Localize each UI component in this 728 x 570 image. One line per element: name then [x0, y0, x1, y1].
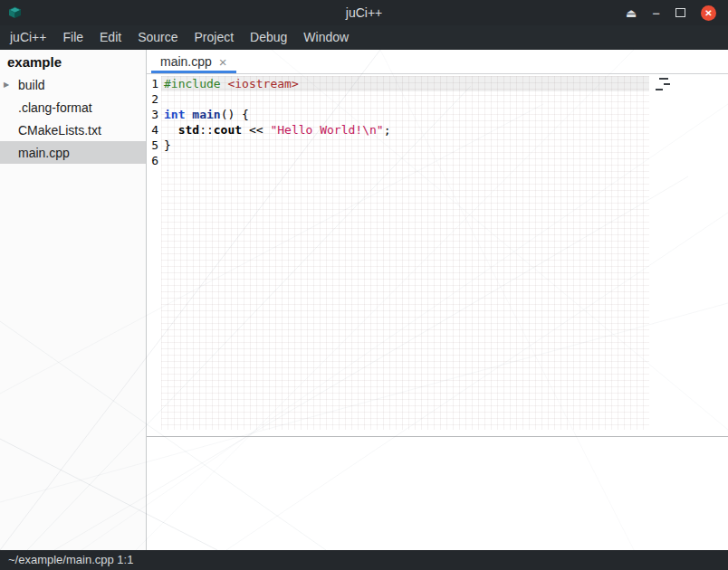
tree-root-folder[interactable]: example — [0, 50, 146, 73]
line-number: 5 — [149, 138, 158, 153]
tree-item-label: main.cpp — [16, 146, 70, 160]
eject-button[interactable]: ⏏ — [626, 7, 637, 19]
token-plain: ; — [384, 123, 391, 137]
line-number: 2 — [149, 91, 158, 107]
restore-button[interactable] — [675, 8, 685, 17]
token-plain: () { — [221, 108, 249, 121]
titlebar: juCi++ ⏏ − ✕ — [0, 0, 728, 25]
menu-item-file[interactable]: File — [54, 25, 91, 50]
token-string: "Hello World!\n" — [270, 123, 383, 137]
line-content: #include <iostream> — [164, 77, 299, 90]
window-title: juCi++ — [0, 5, 728, 20]
code-line-1[interactable]: 1#include <iostream> — [147, 76, 728, 91]
token-namespace: cout — [214, 123, 242, 137]
code-line-4[interactable]: 4 std::cout << "Hello World!\n"; — [147, 122, 728, 138]
window-controls: ⏏ − ✕ — [626, 5, 728, 21]
line-number: 3 — [149, 107, 158, 122]
line-number: 4 — [149, 122, 158, 138]
token-include-path: <iostream> — [227, 77, 298, 90]
line-number: 1 — [149, 76, 158, 91]
code-editor[interactable]: 1#include <iostream>23int main() {4 std:… — [147, 74, 728, 436]
menu-item-window[interactable]: Window — [295, 25, 357, 50]
code-line-6[interactable]: 6 — [147, 153, 728, 168]
token-plain: << — [242, 123, 270, 137]
editor-column: main.cpp × 1#include <iostream>23int mai… — [147, 50, 728, 550]
token-function: main — [192, 108, 220, 121]
jucipp-logo-icon — [7, 5, 23, 20]
minimize-button[interactable]: − — [652, 6, 660, 20]
menubar: juCi++FileEditSourceProjectDebugWindow — [0, 25, 728, 50]
tree-item-label: .clang-format — [16, 100, 92, 115]
tree-item-label: CMakeLists.txt — [16, 123, 101, 138]
menu-item-edit[interactable]: Edit — [91, 25, 129, 50]
tab-main-cpp[interactable]: main.cpp × — [151, 54, 236, 73]
status-file-position: ~/example/main.cpp 1:1 — [8, 553, 133, 566]
tree-items: ▶build.clang-formatCMakeLists.txtmain.cp… — [0, 73, 146, 164]
token-preprocessor: #include — [164, 77, 221, 90]
tree-item-cmakelists-txt[interactable]: CMakeLists.txt — [0, 119, 146, 141]
jucipp-window: juCi++ ⏏ − ✕ juCi++FileEditSourceProject… — [0, 0, 728, 570]
code-line-5[interactable]: 5} — [147, 138, 728, 153]
menu-item-debug[interactable]: Debug — [242, 25, 295, 50]
token-keyword: int — [164, 108, 185, 121]
line-content: int main() { — [164, 108, 249, 121]
line-number: 6 — [149, 153, 158, 168]
code-line-2[interactable]: 2 — [147, 91, 728, 107]
menu-item-source[interactable]: Source — [129, 25, 186, 50]
tab-label: main.cpp — [160, 54, 212, 69]
code-lines: 1#include <iostream>23int main() {4 std:… — [147, 74, 728, 168]
line-content: } — [164, 138, 171, 152]
tab-bar: main.cpp × — [147, 50, 728, 74]
line-content: std::cout << "Hello World!\n"; — [164, 123, 390, 137]
token-plain: } — [164, 138, 171, 152]
terminal-panel[interactable] — [147, 436, 728, 550]
code-line-3[interactable]: 3int main() { — [147, 107, 728, 122]
menu-item-project[interactable]: Project — [187, 25, 243, 50]
status-bar: ~/example/main.cpp 1:1 — [0, 550, 728, 570]
content-area: example ▶build.clang-formatCMakeLists.tx… — [0, 50, 728, 550]
file-tree-panel: example ▶build.clang-formatCMakeLists.tx… — [0, 50, 147, 550]
close-button[interactable]: ✕ — [701, 5, 716, 21]
tab-close-icon[interactable]: × — [219, 55, 227, 69]
tree-item-clang-format[interactable]: .clang-format — [0, 96, 146, 119]
tree-item-main-cpp[interactable]: main.cpp — [0, 141, 146, 164]
tree-item-build[interactable]: ▶build — [0, 73, 146, 96]
token-plain — [164, 123, 178, 137]
expander-icon[interactable]: ▶ — [0, 81, 16, 89]
token-plain: :: — [199, 123, 214, 137]
token-namespace: std — [178, 123, 199, 137]
tree-item-label: build — [16, 78, 45, 92]
menu-item-juci[interactable]: juCi++ — [2, 25, 54, 50]
